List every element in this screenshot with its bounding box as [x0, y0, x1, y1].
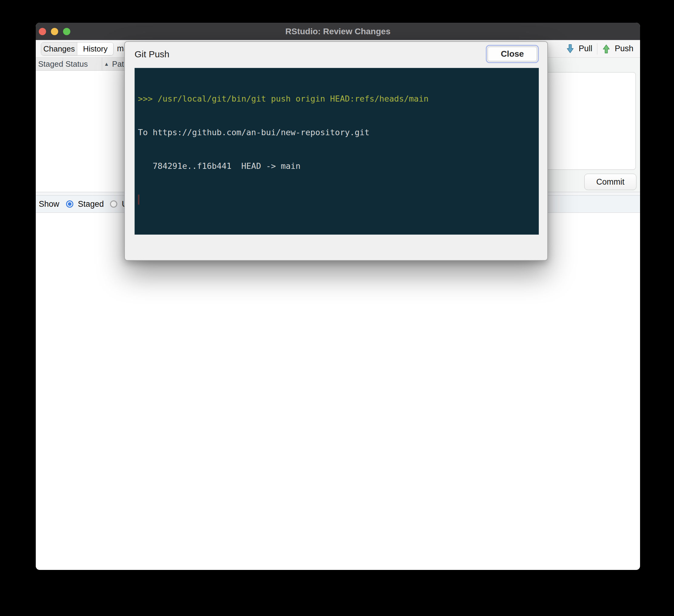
view-tabs: Changes History — [41, 42, 114, 56]
sort-ascending-triangle-icon: ▲ — [104, 62, 109, 67]
window-title: RStudio: Review Changes — [36, 23, 640, 40]
radio-option-staged[interactable]: Staged — [66, 196, 104, 212]
commit-button[interactable]: Commit — [584, 174, 637, 190]
console-output-line: 784291e..f16b441 HEAD -> main — [138, 161, 536, 172]
close-button[interactable]: Close — [488, 47, 537, 61]
tab-history[interactable]: History — [77, 42, 113, 55]
pull-button[interactable]: Pull — [566, 44, 592, 54]
git-push-dialog-title: Git Push — [134, 49, 170, 60]
toolbar-right-group: Pull Push — [566, 40, 634, 57]
titlebar: RStudio: Review Changes — [36, 23, 640, 40]
toolbar-divider — [597, 43, 597, 55]
console-cursor-line — [138, 194, 536, 205]
screenshot-background: RStudio: Review Changes Changes History … — [0, 0, 674, 616]
close-button-focus-ring: Close — [486, 45, 539, 63]
tab-changes[interactable]: Changes — [41, 42, 77, 55]
console-output-line: To https://github.com/an-bui/new-reposit… — [138, 127, 536, 138]
radio-staged-label: Staged — [78, 199, 104, 209]
column-header-staged[interactable]: Staged — [36, 58, 63, 70]
git-push-dialog: Git Push Close >>> /usr/local/git/bin/gi… — [124, 41, 548, 261]
push-button-label: Push — [614, 44, 634, 54]
push-button[interactable]: Push — [602, 44, 634, 54]
radio-selected-icon — [66, 200, 73, 208]
push-up-arrow-icon — [602, 44, 610, 54]
pull-button-label: Pull — [578, 44, 592, 54]
show-label: Show — [39, 196, 60, 212]
pull-down-arrow-icon — [566, 44, 574, 54]
terminal-cursor — [138, 195, 139, 205]
console-command-line: >>> /usr/local/git/bin/git push origin H… — [138, 93, 536, 104]
git-push-console-output: >>> /usr/local/git/bin/git push origin H… — [134, 68, 539, 235]
column-header-status[interactable]: Status — [63, 58, 102, 70]
radio-unselected-icon — [110, 200, 117, 208]
